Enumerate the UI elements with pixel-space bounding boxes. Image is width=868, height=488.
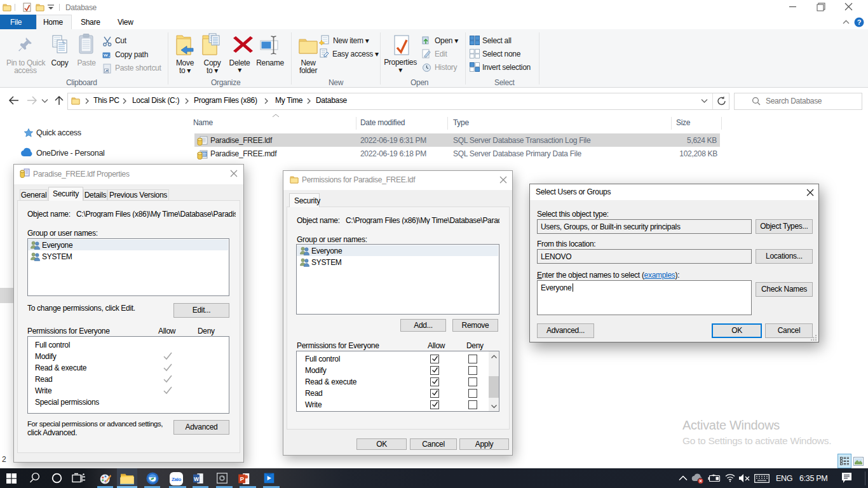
svg-text:?: ? [857,18,862,26]
svg-text:Zalo: Zalo [172,477,182,482]
svg-text:W: W [194,476,200,482]
svg-text:P: P [240,476,244,482]
